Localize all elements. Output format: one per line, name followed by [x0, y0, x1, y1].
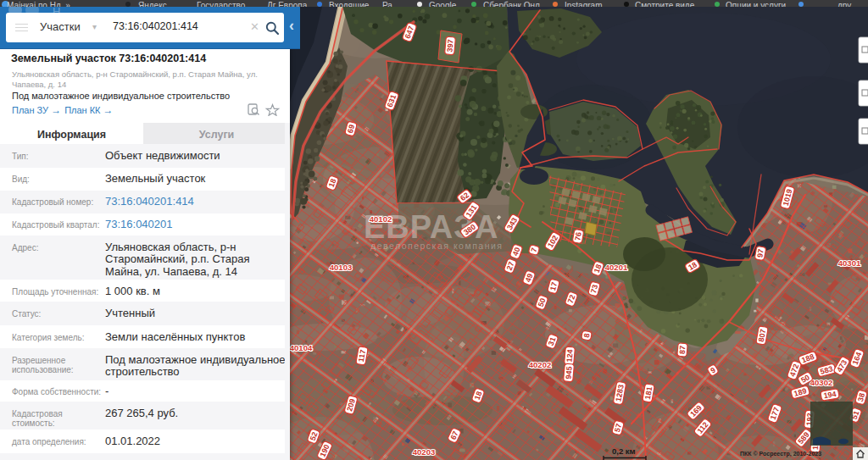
svg-text:40103: 40103: [330, 263, 352, 272]
svg-text:40104: 40104: [290, 343, 313, 352]
svg-text:124: 124: [565, 349, 574, 363]
svg-text:0,2 км: 0,2 км: [612, 446, 636, 456]
svg-text:40201: 40201: [605, 263, 628, 272]
svg-text:87: 87: [678, 346, 687, 355]
svg-text:40202: 40202: [529, 360, 551, 369]
svg-text:40203: 40203: [413, 447, 435, 457]
svg-text:40302: 40302: [810, 378, 832, 387]
svg-text:40301: 40301: [838, 258, 861, 268]
svg-text:девелоперская компания: девелоперская компания: [370, 241, 504, 251]
svg-text:397: 397: [445, 39, 454, 53]
svg-text:40102: 40102: [370, 214, 392, 224]
svg-text:97: 97: [755, 248, 765, 258]
svg-text:ПКК © Росреестр, 2010-2023: ПКК © Росреестр, 2010-2023: [740, 451, 821, 457]
svg-text:945: 945: [564, 366, 573, 380]
svg-text:76: 76: [573, 231, 583, 241]
